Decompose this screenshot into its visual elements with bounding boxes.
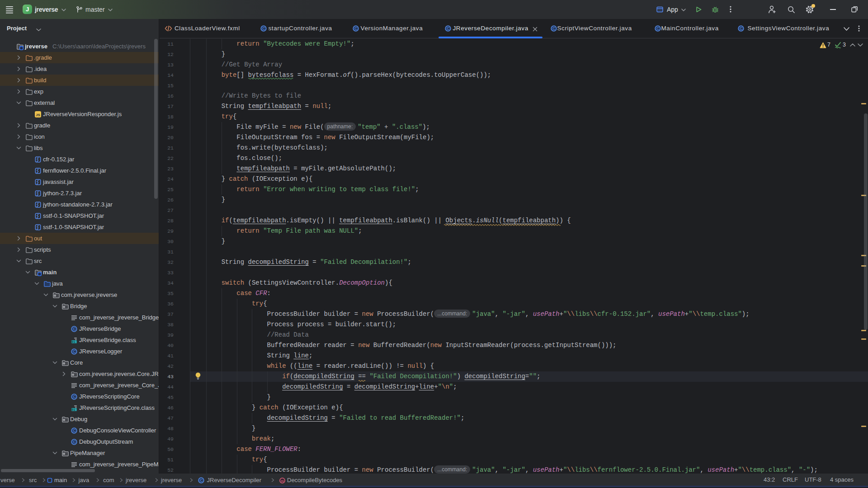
svg-text:C: C	[73, 440, 76, 444]
svg-text:C: C	[447, 26, 450, 31]
svg-text:C: C	[354, 26, 358, 31]
svg-text:C: C	[656, 26, 660, 31]
svg-text:C: C	[73, 349, 76, 354]
svg-text:C: C	[262, 26, 265, 31]
svg-text:m: m	[281, 479, 284, 483]
svg-text:C: C	[73, 428, 76, 433]
svg-text:C: C	[200, 478, 203, 483]
svg-text:C: C	[740, 26, 743, 31]
svg-text:JS: JS	[36, 113, 40, 117]
svg-text:01: 01	[71, 340, 75, 343]
svg-text:C: C	[73, 394, 76, 399]
svg-text:01: 01	[71, 408, 75, 411]
svg-text:C: C	[73, 327, 76, 331]
svg-text:C: C	[552, 26, 556, 31]
